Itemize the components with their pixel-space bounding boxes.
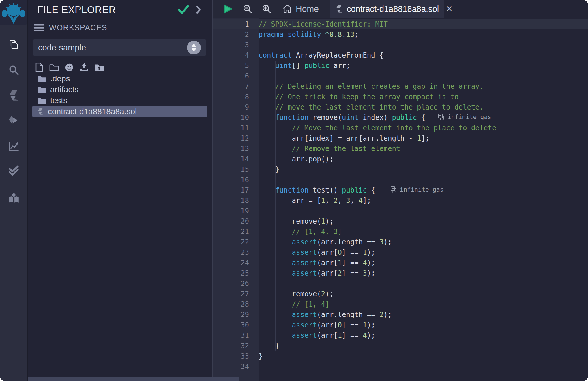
- line-number[interactable]: 5: [213, 62, 259, 70]
- line-number[interactable]: 25: [213, 269, 259, 277]
- line-number[interactable]: 22: [213, 238, 259, 246]
- code-line: 26: [213, 278, 588, 289]
- remix-ide-window: FILE EXPLORER WORKSPACES code-sample: [0, 0, 588, 381]
- line-number[interactable]: 8: [213, 93, 259, 101]
- line-number[interactable]: 1: [213, 20, 259, 28]
- analytics-icon[interactable]: [0, 136, 27, 156]
- icon-sidebar: [0, 0, 28, 381]
- line-number[interactable]: 26: [213, 280, 259, 288]
- code-line: 1// SPDX-License-Identifier: MIT: [213, 19, 588, 29]
- line-number[interactable]: 2: [213, 31, 259, 39]
- code-line: 13 // Remove the last element: [213, 144, 588, 154]
- line-number[interactable]: 31: [213, 331, 259, 339]
- code-line: 14 arr.pop();: [213, 154, 588, 164]
- deploy-run-icon[interactable]: [0, 111, 27, 131]
- file-explorer-icon[interactable]: [0, 35, 27, 55]
- solidity-icon: [336, 5, 343, 13]
- line-number[interactable]: 9: [213, 103, 259, 111]
- file-toolbar: [34, 62, 104, 73]
- code-line: 28 // [1, 4]: [213, 299, 588, 310]
- workspace-select-toggle-icon[interactable]: [187, 40, 201, 55]
- line-number[interactable]: 3: [213, 41, 259, 49]
- run-script-button[interactable]: [213, 0, 238, 18]
- code-line: 7 // Deleting an element creates a gap i…: [213, 81, 588, 92]
- code-line: 6: [213, 71, 588, 81]
- code-text: }: [259, 352, 263, 360]
- line-number[interactable]: 17: [213, 186, 259, 194]
- code-line: 22 assert(arr.length == 3);: [213, 237, 588, 247]
- line-number[interactable]: 13: [213, 145, 259, 153]
- tab-close-icon[interactable]: ✕: [446, 5, 452, 13]
- indent-guide: [275, 61, 276, 351]
- workspaces-menu-icon[interactable]: [33, 23, 44, 32]
- code-text: uint[] public arr;: [259, 62, 350, 70]
- upload-folder-icon[interactable]: [94, 62, 104, 73]
- line-number[interactable]: 7: [213, 82, 259, 90]
- line-number[interactable]: 18: [213, 197, 259, 205]
- code-text: function test() public {: [259, 186, 375, 194]
- chevron-right-icon[interactable]: [195, 6, 202, 14]
- code-line: 23 assert(arr[0] == 1);: [213, 247, 588, 258]
- tree-item-tests[interactable]: tests: [32, 95, 207, 106]
- line-number[interactable]: 34: [213, 363, 259, 371]
- code-editor[interactable]: 1// SPDX-License-Identifier: MIT2pragma …: [213, 18, 588, 381]
- code-text: // [1, 4]: [259, 300, 329, 308]
- code-line: 2pragma solidity ^0.8.13;: [213, 29, 588, 40]
- line-number[interactable]: 28: [213, 300, 259, 308]
- accept-check-icon[interactable]: [178, 5, 189, 14]
- code-text: // One trick to keep the array compact i…: [259, 93, 459, 101]
- code-line: 9 // move the last element into the plac…: [213, 102, 588, 112]
- code-line: 12 arr[index] = arr[arr.length - 1];: [213, 133, 588, 144]
- code-line: 29 assert(arr.length == 2);: [213, 310, 588, 320]
- line-number[interactable]: 32: [213, 342, 259, 350]
- folder-icon: [38, 86, 46, 93]
- zoom-in-icon[interactable]: [257, 0, 276, 18]
- code-line: 19: [213, 206, 588, 216]
- line-number[interactable]: 24: [213, 259, 259, 267]
- line-number[interactable]: 23: [213, 248, 259, 256]
- code-text: contract ArrayReplaceFromEnd {: [259, 51, 383, 59]
- line-number[interactable]: 12: [213, 134, 259, 142]
- solidity-compiler-icon[interactable]: [0, 85, 27, 105]
- code-text: // Move the last element into the place …: [259, 124, 496, 132]
- gas-estimate: infinite gas: [438, 113, 491, 121]
- remix-logo[interactable]: [0, 0, 27, 25]
- code-line: 32 }: [213, 341, 588, 351]
- line-number[interactable]: 29: [213, 311, 259, 319]
- code-text: pragma solidity ^0.8.13;: [259, 31, 359, 39]
- line-number[interactable]: 21: [213, 228, 259, 236]
- search-icon[interactable]: [0, 60, 27, 80]
- line-number[interactable]: 20: [213, 217, 259, 225]
- tree-item-contract-d1a8818a8a-sol[interactable]: contract-d1a8818a8a.sol: [32, 106, 207, 117]
- line-number[interactable]: 30: [213, 321, 259, 329]
- line-number[interactable]: 19: [213, 207, 259, 215]
- upload-file-icon[interactable]: [79, 62, 89, 73]
- code-line: 31 assert(arr[1] == 4);: [213, 330, 588, 341]
- github-icon[interactable]: [64, 62, 74, 73]
- line-number[interactable]: 11: [213, 124, 259, 132]
- tab-home-label: Home: [296, 4, 319, 14]
- workspaces-label: WORKSPACES: [49, 23, 107, 32]
- line-number[interactable]: 4: [213, 51, 259, 59]
- tab-contract-file[interactable]: contract-d1a8818a8a.sol ✕: [330, 0, 444, 18]
- code-line: 16: [213, 175, 588, 185]
- new-folder-icon[interactable]: [49, 62, 59, 73]
- line-number[interactable]: 16: [213, 176, 259, 184]
- line-number[interactable]: 10: [213, 114, 259, 122]
- line-number[interactable]: 15: [213, 165, 259, 173]
- code-text: assert(arr.length == 3);: [259, 238, 392, 246]
- panel-scrollbar[interactable]: [28, 377, 239, 381]
- learneth-icon[interactable]: [0, 188, 27, 209]
- new-file-icon[interactable]: [34, 62, 44, 73]
- tree-item-artifacts[interactable]: artifacts: [32, 84, 207, 95]
- workspace-select[interactable]: code-sample: [33, 39, 206, 56]
- zoom-out-icon[interactable]: [238, 0, 257, 18]
- line-number[interactable]: 6: [213, 72, 259, 80]
- line-number[interactable]: 27: [213, 290, 259, 298]
- unit-testing-icon[interactable]: [0, 161, 27, 181]
- tree-item--deps[interactable]: .deps: [32, 73, 207, 84]
- tab-home[interactable]: Home: [276, 0, 322, 18]
- line-number[interactable]: 14: [213, 155, 259, 163]
- line-number[interactable]: 33: [213, 352, 259, 360]
- code-line: 11 // Move the last element into the pla…: [213, 123, 588, 133]
